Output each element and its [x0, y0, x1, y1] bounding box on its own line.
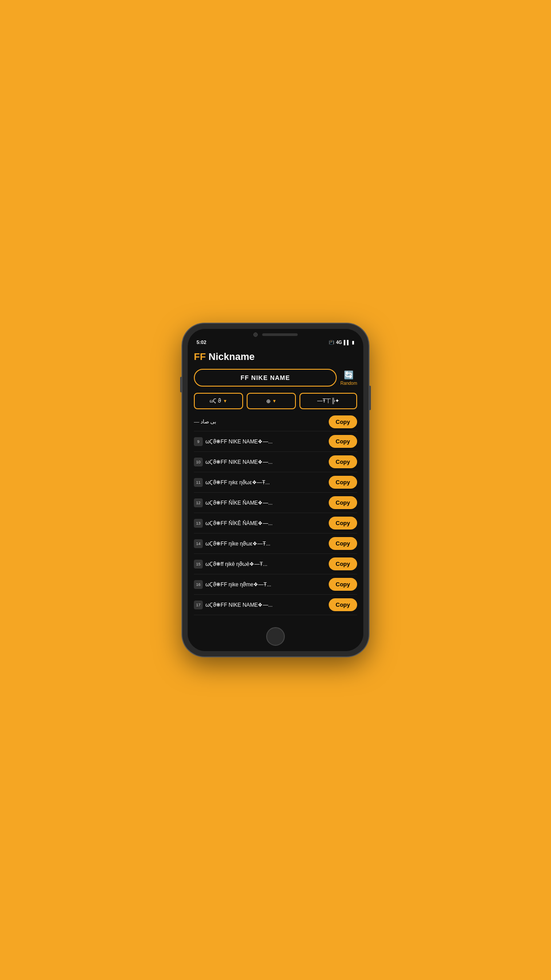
copy-button[interactable]: Copy — [329, 517, 358, 530]
copy-button[interactable]: Copy — [329, 455, 358, 468]
dropdown-2-symbol: ⊕ — [266, 398, 271, 404]
front-camera — [253, 332, 258, 337]
copy-button[interactable]: Copy — [329, 496, 358, 509]
partial-item-text: — بی صاد — [194, 419, 326, 425]
item-number: 9 — [194, 437, 203, 446]
copy-button[interactable]: Copy — [329, 537, 358, 550]
item-number: 15 — [194, 560, 203, 569]
item-text: ωϚϑ❋FF ŇĪKE ŇAME❖—... — [205, 500, 326, 506]
network-icon: 4G — [336, 340, 342, 345]
item-number: 14 — [194, 539, 203, 548]
list-item: 9 ωϚϑ❋FF NIKE NAME❖—... Copy — [194, 431, 357, 452]
copy-button[interactable]: Copy — [329, 476, 358, 489]
item-text: ωϚϑ❋FF NIKE NAME❖—... — [205, 459, 326, 465]
volume-button — [180, 377, 182, 392]
item-text: ωϚϑ❋FF NIKE NAME❖—... — [205, 602, 326, 608]
dropdown-1-arrow: ▼ — [223, 399, 228, 403]
list-item: 12 ωϚϑ❋FF ŇĪKE ŇAME❖—... Copy — [194, 493, 357, 513]
dropdown-1-symbol: ωϚ ϑ — [210, 398, 221, 404]
item-text: ωϚϑ❋FF NIKE NAME❖—... — [205, 439, 326, 445]
vibrate-icon: 📳 — [329, 340, 334, 345]
notch-area — [188, 329, 363, 339]
copy-button[interactable]: Copy — [329, 557, 358, 570]
dropdown-row: ωϚ ϑ ▼ ⊕ ▼ —Ŧ丅╠✦ — [194, 393, 357, 409]
random-label: Random — [340, 381, 357, 386]
list-item: 11 ωϚϑ❋FF ηιkε ηϑωε❖—Ŧ... Copy — [194, 472, 357, 493]
title-highlight: FF — [194, 351, 206, 362]
screen-content: FF Nickname FF NIKE NAME 🔄 Random ωϚ ϑ ▼… — [188, 347, 363, 624]
list-item: 13 ωϚϑ❋FF ŇÍKĚ ŇÀME❖—... Copy — [194, 513, 357, 533]
power-button — [369, 386, 371, 410]
status-time: 5:02 — [197, 340, 206, 345]
item-number: 13 — [194, 519, 203, 528]
item-number: 12 — [194, 498, 203, 507]
phone-screen: 5:02 📳 4G ▌▌ ▮ FF Nickname FF NIKE NAME … — [188, 329, 363, 651]
random-button[interactable]: 🔄 Random — [340, 370, 357, 386]
nickname-list: — بی صاد Copy 9 ωϚϑ❋FF NIKE NAME❖—... Co… — [194, 415, 357, 615]
partial-item: — بی صاد Copy — [194, 415, 357, 431]
partial-copy-button[interactable]: Copy — [329, 415, 358, 428]
item-number: 16 — [194, 580, 203, 589]
home-button[interactable] — [266, 627, 285, 646]
title-rest: Nickname — [206, 351, 255, 362]
dropdown-3-symbol: —Ŧ丅╠✦ — [317, 397, 339, 405]
item-text: ωϚϑ❋ff ηikē ηϑωē❖—Ŧ... — [205, 561, 326, 567]
list-item: 17 ωϚϑ❋FF NIKE NAME❖—... Copy — [194, 595, 357, 615]
item-number: 17 — [194, 601, 203, 609]
item-text: ωϚϑ❋FF ηιkε ηϑωε❖—Ŧ... — [205, 479, 326, 486]
battery-icon: ▮ — [352, 340, 354, 345]
speaker — [262, 333, 298, 336]
item-text: ωϚϑ❋FF ηίke ηϑωε❖—Ŧ... — [205, 541, 326, 547]
dropdown-3[interactable]: —Ŧ丅╠✦ — [299, 393, 357, 409]
dropdown-1[interactable]: ωϚ ϑ ▼ — [194, 393, 243, 409]
status-icons: 📳 4G ▌▌ ▮ — [329, 340, 354, 345]
home-button-area — [188, 624, 363, 651]
input-row: FF NIKE NAME 🔄 Random — [194, 369, 357, 387]
list-item: 10 ωϚϑ❋FF NIKE NAME❖—... Copy — [194, 452, 357, 472]
list-item: 14 ωϚϑ❋FF ηίke ηϑωε❖—Ŧ... Copy — [194, 533, 357, 554]
page-title: FF Nickname — [194, 351, 357, 363]
copy-button[interactable]: Copy — [329, 598, 358, 611]
phone-frame: 5:02 📳 4G ▌▌ ▮ FF Nickname FF NIKE NAME … — [182, 324, 369, 656]
item-number: 11 — [194, 478, 203, 487]
dropdown-2-arrow: ▼ — [272, 399, 277, 403]
copy-button[interactable]: Copy — [329, 435, 358, 448]
status-bar: 5:02 📳 4G ▌▌ ▮ — [188, 339, 363, 347]
list-item: 15 ωϚϑ❋ff ηikē ηϑωē❖—Ŧ... Copy — [194, 554, 357, 574]
signal-icon: ▌▌ — [344, 340, 350, 345]
item-text: ωϚϑ❋FF ηike ηϑme❖—Ŧ... — [205, 581, 326, 588]
random-icon: 🔄 — [344, 370, 354, 380]
list-item: 16 ωϚϑ❋FF ηike ηϑme❖—Ŧ... Copy — [194, 574, 357, 595]
copy-button[interactable]: Copy — [329, 578, 358, 591]
dropdown-2[interactable]: ⊕ ▼ — [247, 393, 296, 409]
item-number: 10 — [194, 458, 203, 466]
name-input[interactable]: FF NIKE NAME — [194, 369, 337, 387]
item-text: ωϚϑ❋FF ŇÍKĚ ŇÀME❖—... — [205, 520, 326, 526]
